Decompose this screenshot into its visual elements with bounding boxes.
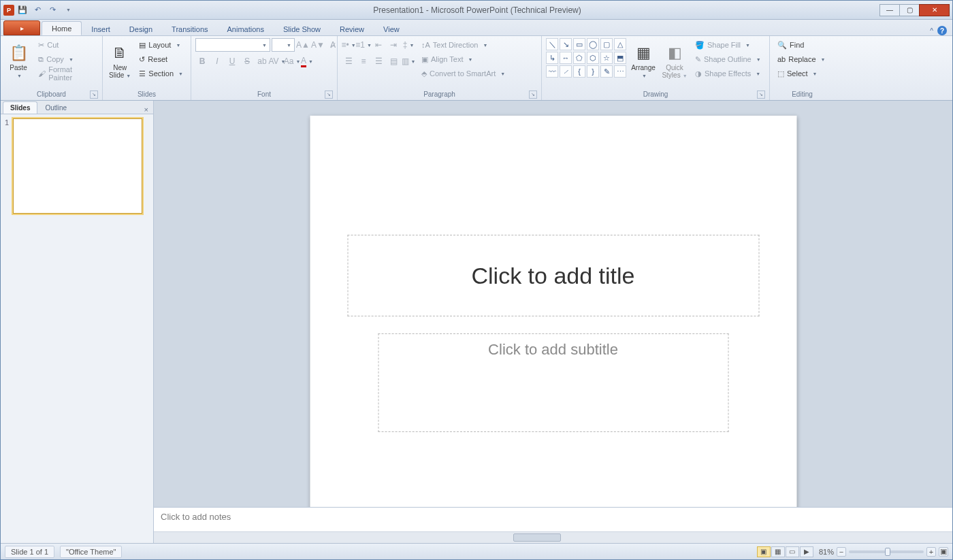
shape-brace-l-icon[interactable]: { [573, 65, 585, 78]
tab-transitions[interactable]: Transitions [162, 22, 217, 35]
paragraph-launcher-icon[interactable]: ↘ [529, 90, 537, 99]
horizontal-scrollbar[interactable] [154, 531, 952, 543]
tab-outline-panel[interactable]: Outline [37, 101, 74, 114]
grow-font-button[interactable]: A▲ [296, 38, 310, 52]
close-button[interactable]: ✕ [919, 4, 950, 16]
shape-fill-button[interactable]: 🪣Shape Fill▼ [692, 38, 764, 52]
notes-pane[interactable]: Click to add notes [154, 507, 952, 531]
new-slide-button[interactable]: 🗎 New Slide▼ [107, 38, 133, 83]
font-name-combo[interactable]: ▼ [195, 38, 270, 52]
clipboard-launcher-icon[interactable]: ↘ [90, 90, 98, 99]
tab-home[interactable]: Home [42, 21, 82, 35]
zoom-percent[interactable]: 81% [819, 548, 834, 556]
view-sorter-button[interactable]: ▦ [771, 546, 785, 557]
shadow-button[interactable]: ab [255, 54, 269, 68]
scroll-thumb[interactable] [513, 533, 561, 542]
shape-doublearrow-icon[interactable]: ↔ [560, 52, 572, 64]
cut-button[interactable]: ✂Cut [35, 38, 98, 52]
view-slideshow-button[interactable]: ▶ [800, 546, 813, 557]
shape-line-icon[interactable]: ＼ [546, 38, 558, 50]
close-panel-icon[interactable]: × [142, 105, 151, 114]
shape-oval-icon[interactable]: ◯ [587, 38, 599, 50]
copy-button[interactable]: ⧉Copy▼ [35, 52, 98, 66]
justify-button[interactable]: ▤ [387, 54, 400, 68]
shapes-more-icon[interactable]: ⋯ [614, 65, 626, 78]
zoom-out-button[interactable]: − [837, 547, 846, 557]
paste-button[interactable]: 📋 Paste▼ [5, 38, 32, 83]
view-reading-button[interactable]: ▭ [786, 546, 799, 557]
shape-freeform-icon[interactable]: ⟋ [560, 65, 572, 78]
qat-save-icon[interactable]: 💾 [16, 3, 29, 17]
increase-indent-button[interactable]: ⇥ [387, 38, 400, 52]
tab-insert[interactable]: Insert [82, 22, 120, 35]
change-case-button[interactable]: Aa▼ [285, 54, 299, 68]
select-button[interactable]: ⬚Select▼ [774, 67, 829, 80]
status-theme[interactable]: "Office Theme" [60, 546, 122, 558]
fit-to-window-button[interactable]: ▣ [939, 547, 948, 557]
shape-scribble-icon[interactable]: ✎ [600, 65, 613, 78]
shape-arrow-icon[interactable]: ↘ [560, 38, 572, 50]
shape-hexagon-icon[interactable]: ⬡ [587, 52, 599, 64]
shape-brace-r-icon[interactable]: } [587, 65, 599, 78]
reset-button[interactable]: ↺Reset [135, 52, 187, 66]
align-center-button[interactable]: ≡ [357, 54, 370, 68]
convert-smartart-button[interactable]: ⬘Convert to SmartArt▼ [418, 67, 508, 80]
shape-outline-button[interactable]: ✎Shape Outline▼ [692, 52, 764, 66]
qat-undo-icon[interactable]: ↶ [31, 3, 44, 17]
minimize-button[interactable]: — [879, 4, 900, 16]
find-button[interactable]: 🔍Find [774, 38, 829, 52]
char-spacing-button[interactable]: AV▼ [270, 54, 284, 68]
help-icon[interactable]: ? [937, 26, 947, 35]
decrease-indent-button[interactable]: ⇤ [372, 38, 385, 52]
align-left-button[interactable]: ☰ [342, 54, 355, 68]
slide-canvas[interactable]: Click to add title Click to add subtitle [154, 101, 952, 507]
thumbnail-item[interactable]: 1 [5, 118, 149, 214]
view-normal-button[interactable]: ▣ [757, 546, 771, 557]
tab-review[interactable]: Review [330, 22, 374, 35]
shape-roundrect-icon[interactable]: ▢ [600, 38, 613, 50]
shape-rect-icon[interactable]: ▭ [573, 38, 585, 50]
tab-slides-panel[interactable]: Slides [3, 101, 37, 114]
align-right-button[interactable]: ☰ [372, 54, 385, 68]
shape-triangle-icon[interactable]: △ [614, 38, 626, 50]
arrange-button[interactable]: ▦ Arrange▼ [629, 38, 658, 83]
align-text-button[interactable]: ▣Align Text▼ [418, 52, 508, 66]
zoom-in-button[interactable]: + [926, 547, 936, 557]
tab-design[interactable]: Design [120, 22, 162, 35]
qat-customize-icon[interactable]: ▼ [61, 3, 74, 17]
tab-animations[interactable]: Animations [218, 22, 274, 35]
title-placeholder[interactable]: Click to add title [347, 235, 759, 316]
font-color-button[interactable]: A▼ [300, 54, 314, 68]
app-icon[interactable]: P [3, 5, 14, 16]
shapes-gallery[interactable]: ＼ ↘ ▭ ◯ ▢ △ ↳ ↔ ⬠ ⬡ ☆ ⬒ 〰 ⟋ { } ✎ ⋯ [546, 38, 626, 78]
subtitle-placeholder[interactable]: Click to add subtitle [378, 333, 728, 432]
slide[interactable]: Click to add title Click to add subtitle [310, 116, 796, 507]
strikethrough-button[interactable]: S [240, 54, 254, 68]
italic-button[interactable]: I [210, 54, 224, 68]
qat-redo-icon[interactable]: ↷ [46, 3, 59, 17]
font-size-combo[interactable]: ▼ [272, 38, 295, 52]
status-slide-count[interactable]: Slide 1 of 1 [5, 546, 54, 558]
minimize-ribbon-icon[interactable]: ^ [930, 27, 933, 35]
bullets-button[interactable]: ≡•▼ [342, 38, 355, 52]
tab-view[interactable]: View [374, 22, 409, 35]
shape-pentagon-icon[interactable]: ⬠ [573, 52, 585, 64]
underline-button[interactable]: U [225, 54, 239, 68]
shrink-font-button[interactable]: A▼ [311, 38, 325, 52]
text-direction-button[interactable]: ↕AText Direction▼ [418, 38, 508, 52]
tab-slideshow[interactable]: Slide Show [274, 22, 330, 35]
line-spacing-button[interactable]: ‡▼ [402, 38, 415, 52]
section-button[interactable]: ☰Section▼ [135, 67, 187, 80]
quick-styles-button[interactable]: ◧ Quick Styles▼ [660, 38, 689, 83]
font-launcher-icon[interactable]: ↘ [325, 90, 333, 99]
drawing-launcher-icon[interactable]: ↘ [757, 90, 765, 99]
replace-button[interactable]: abReplace▼ [774, 52, 829, 66]
shape-effects-button[interactable]: ◑Shape Effects▼ [692, 67, 764, 80]
shape-connector-icon[interactable]: ↳ [546, 52, 558, 64]
layout-button[interactable]: ▤Layout▼ [135, 38, 187, 52]
zoom-slider-handle[interactable] [885, 548, 890, 556]
columns-button[interactable]: ▥▼ [402, 54, 415, 68]
bold-button[interactable]: B [195, 54, 209, 68]
zoom-slider[interactable] [849, 550, 924, 553]
thumbnail-preview[interactable] [13, 118, 142, 214]
